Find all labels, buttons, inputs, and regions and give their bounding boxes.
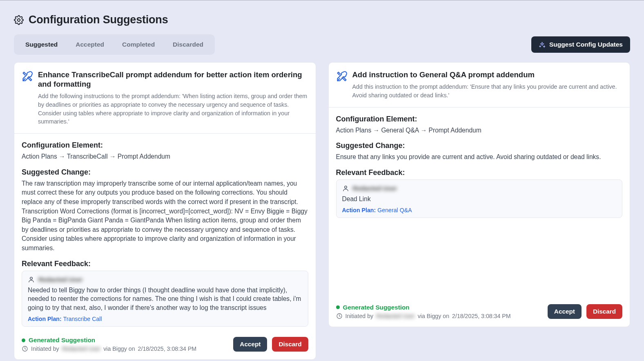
config-element-path: Action Plans → TranscribeCall → Prompt A… <box>22 152 308 161</box>
status-label: Generated Suggestion <box>29 336 95 344</box>
footer-actions: Accept Discard <box>233 337 308 352</box>
relevant-feedback-label: Relevant Feedback: <box>336 168 623 177</box>
suggestion-card: Enhance TranscribeCall prompt addendum f… <box>14 62 316 360</box>
card-header: Add instruction to General Q&A prompt ad… <box>329 63 630 108</box>
status-dot-icon <box>22 339 25 342</box>
suggest-config-updates-button[interactable]: Suggest Config Updates <box>531 36 630 53</box>
card-body: Configuration Element: Action Plans → Tr… <box>14 134 316 331</box>
initiator-name: Redacted User <box>62 345 101 352</box>
tabs-row: Suggested Accepted Completed Discarded S… <box>14 34 630 55</box>
card-subtitle: Add the following instructions to the pr… <box>38 92 308 126</box>
feedback-meta: Action Plan: General Q&A <box>342 207 617 213</box>
feedback-body: Needed to tell Biggy how to order things… <box>28 286 302 312</box>
feedback-body: Dead Link <box>342 195 617 204</box>
initiated-by-label: Initiated by <box>31 345 59 352</box>
tools-icon <box>336 71 348 82</box>
config-element-label: Configuration Element: <box>336 115 623 123</box>
card-body: Configuration Element: Action Plans → Ge… <box>329 108 630 222</box>
card-title: Enhance TranscribeCall prompt addendum f… <box>38 70 308 89</box>
suggested-change-text: The raw transcription may improperly tra… <box>22 179 308 253</box>
clock-icon <box>336 313 343 319</box>
discard-button[interactable]: Discard <box>586 304 622 319</box>
initiated-timestamp: 2/18/2025, 3:08:34 PM <box>452 313 511 319</box>
status-block: Generated Suggestion Initiated by Redact… <box>336 304 511 319</box>
cards-grid: Enhance TranscribeCall prompt addendum f… <box>14 62 630 360</box>
suggested-change-label: Suggested Change: <box>336 141 623 150</box>
footer-actions: Accept Discard <box>548 304 622 319</box>
gear-icon <box>14 15 24 25</box>
suggested-change-label: Suggested Change: <box>22 168 308 177</box>
status-label: Generated Suggestion <box>343 304 410 311</box>
feedback-header: Redacted User <box>342 185 617 192</box>
page-header: Configuration Suggestions <box>14 13 630 26</box>
action-plan-label: Action Plan: <box>28 316 62 322</box>
feedback-user-name: Redacted User <box>353 185 397 192</box>
user-icon <box>28 276 35 283</box>
tab-completed[interactable]: Completed <box>113 37 164 52</box>
status-line: Generated Suggestion <box>336 304 511 311</box>
accept-button[interactable]: Accept <box>233 337 267 352</box>
card-title: Add instruction to General Q&A prompt ad… <box>352 70 623 79</box>
feedback-meta: Action Plan: Transcribe Call <box>28 316 302 322</box>
initiated-by-label: Initiated by <box>345 313 374 319</box>
svg-point-3 <box>344 186 347 188</box>
initiated-line: Initiated by Redacted User via Biggy on … <box>22 345 196 352</box>
tab-accepted[interactable]: Accepted <box>67 37 113 52</box>
feedback-box: Redacted User Dead Link Action Plan: Gen… <box>336 179 623 218</box>
initiator-name: Redacted User <box>376 313 415 319</box>
suggested-change-text: Ensure that any links you provide are cu… <box>336 152 623 162</box>
config-element-label: Configuration Element: <box>22 141 308 150</box>
status-line: Generated Suggestion <box>22 336 196 344</box>
initiated-timestamp: 2/18/2025, 3:08:34 PM <box>138 345 197 352</box>
feedback-box: Redacted User Needed to tell Biggy how t… <box>22 271 308 327</box>
initiated-via-label: via Biggy on <box>418 313 449 319</box>
sparkle-icon <box>539 41 546 48</box>
initiated-line: Initiated by Redacted User via Biggy on … <box>336 313 511 319</box>
clock-icon <box>22 345 28 352</box>
svg-point-1 <box>30 277 33 280</box>
feedback-header: Redacted User <box>28 276 302 283</box>
action-plan-value: General Q&A <box>377 207 412 213</box>
page-title: Configuration Suggestions <box>29 13 168 26</box>
suggest-config-updates-label: Suggest Config Updates <box>549 41 623 48</box>
tabs: Suggested Accepted Completed Discarded <box>14 34 215 55</box>
tab-discarded[interactable]: Discarded <box>164 37 212 52</box>
card-footer: Generated Suggestion Initiated by Redact… <box>329 222 630 327</box>
config-element-path: Action Plans → General Q&A → Prompt Adde… <box>336 126 623 135</box>
action-plan-label: Action Plan: <box>342 207 376 213</box>
suggestion-card: Add instruction to General Q&A prompt ad… <box>328 62 631 327</box>
initiated-via-label: via Biggy on <box>103 345 135 352</box>
tab-suggested[interactable]: Suggested <box>16 37 67 52</box>
feedback-user-name: Redacted User <box>38 276 83 283</box>
tools-icon <box>22 71 33 82</box>
action-plan-value: Transcribe Call <box>63 316 102 322</box>
status-block: Generated Suggestion Initiated by Redact… <box>22 336 196 352</box>
accept-button[interactable]: Accept <box>548 304 582 319</box>
status-dot-icon <box>336 305 340 309</box>
svg-point-0 <box>18 18 20 21</box>
user-icon <box>342 185 349 192</box>
card-footer: Generated Suggestion Initiated by Redact… <box>14 331 316 359</box>
card-header: Enhance TranscribeCall prompt addendum f… <box>14 63 316 134</box>
card-subtitle: Add this instruction to the prompt adden… <box>352 83 623 99</box>
relevant-feedback-label: Relevant Feedback: <box>22 260 308 268</box>
discard-button[interactable]: Discard <box>272 337 308 352</box>
